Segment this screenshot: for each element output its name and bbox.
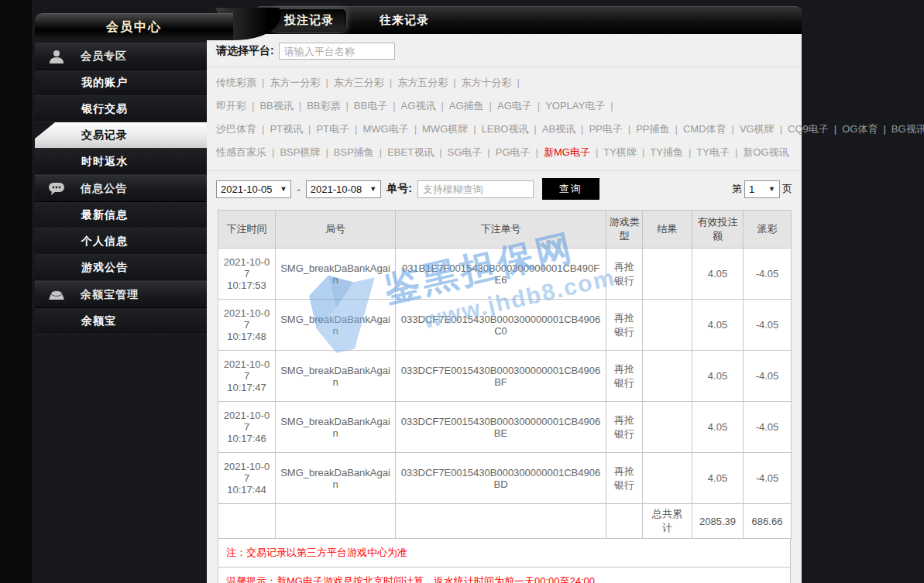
platform-link[interactable]: TY捕鱼 bbox=[650, 146, 683, 158]
cell-valid-bet: 4.05 bbox=[692, 453, 744, 504]
chat-icon bbox=[48, 181, 65, 197]
platform-link[interactable]: CMD体育 bbox=[683, 123, 726, 135]
platform-select-row: 请选择平台: bbox=[207, 34, 802, 67]
platform-separator: | bbox=[453, 77, 455, 88]
sidebar-item[interactable]: 游戏公告 bbox=[35, 255, 207, 281]
sidebar-item[interactable]: 最新信息 bbox=[35, 202, 207, 228]
platform-separator: | bbox=[628, 123, 630, 135]
cell-payout: -4.05 bbox=[744, 300, 792, 351]
cell-game-type: 再抢银行 bbox=[606, 453, 643, 504]
bet-time: 10:17:48 bbox=[223, 331, 270, 342]
platform-link[interactable]: PP电子 bbox=[589, 123, 622, 135]
platform-link[interactable]: LEBO视讯 bbox=[482, 123, 529, 135]
platform-link[interactable]: SG电子 bbox=[448, 146, 483, 158]
bet-date: 2021-10-07 bbox=[223, 461, 270, 484]
sidebar-item[interactable]: 交易记录 bbox=[35, 122, 207, 149]
platform-link[interactable]: 新OG视讯 bbox=[743, 146, 788, 158]
platform-separator: | bbox=[380, 146, 382, 158]
platform-separator: | bbox=[883, 123, 885, 135]
platform-link[interactable]: OG体育 bbox=[842, 123, 878, 135]
sidebar-item[interactable]: 个人信息 bbox=[35, 228, 207, 255]
platform-link[interactable]: AG捕鱼 bbox=[449, 100, 484, 111]
cell-game-type: 再抢银行 bbox=[606, 300, 643, 351]
ingot-icon bbox=[48, 287, 65, 303]
platform-link[interactable]: PT视讯 bbox=[270, 123, 303, 135]
platform-link[interactable]: 东方一分彩 bbox=[270, 77, 320, 88]
sidebar-section-header[interactable]: 信息公告 bbox=[35, 175, 207, 202]
date-from-select[interactable]: 2021-10-05 ▼ bbox=[216, 180, 291, 198]
cell-valid-bet: 4.05 bbox=[692, 300, 744, 351]
platform-separator: | bbox=[538, 100, 540, 111]
platform-link[interactable]: 性感百家乐 bbox=[216, 146, 266, 158]
platform-link[interactable]: BB视讯 bbox=[259, 100, 293, 111]
platform-link[interactable]: CQ9电子 bbox=[788, 123, 829, 135]
cell-empty bbox=[218, 504, 276, 539]
platform-separator: | bbox=[441, 100, 443, 111]
platform-link[interactable]: 沙巴体育 bbox=[216, 123, 256, 135]
sidebar-item[interactable]: 我的账户 bbox=[35, 70, 207, 96]
sidebar-section-header[interactable]: 会员专区 bbox=[35, 43, 207, 70]
cell-valid-bet: 4.05 bbox=[692, 402, 744, 453]
platform-link[interactable]: BG视讯 bbox=[891, 123, 924, 135]
platform-link[interactable]: BB电子 bbox=[354, 100, 387, 111]
cell-payout: -4.05 bbox=[744, 249, 792, 300]
order-number-input[interactable] bbox=[417, 180, 534, 198]
bet-date: 2021-10-07 bbox=[223, 256, 270, 279]
page-title-label: 会员中心 bbox=[106, 19, 162, 36]
platform-link[interactable]: MWG棋牌 bbox=[422, 123, 468, 135]
table-header-row: 下注时间局号下注单号游戏类型结果有效投注额派彩 bbox=[218, 211, 792, 249]
date-range-dash: - bbox=[297, 183, 300, 195]
platform-link[interactable]: EBET视讯 bbox=[387, 146, 434, 158]
cell-result bbox=[643, 249, 692, 300]
platform-link[interactable]: BSP棋牌 bbox=[280, 146, 320, 158]
page-number-select[interactable]: 1 ▼ bbox=[744, 180, 780, 198]
table-row: 2021-10-0710:17:46SMG_breakDaBankAgain03… bbox=[218, 402, 792, 453]
cell-total-label: 总共累计 bbox=[643, 504, 692, 539]
page-suffix-label: 页 bbox=[782, 182, 792, 196]
cell-payout: -4.05 bbox=[744, 453, 792, 504]
cell-result bbox=[643, 453, 692, 504]
bet-time: 10:17:53 bbox=[223, 279, 270, 291]
platform-link[interactable]: PG电子 bbox=[496, 146, 531, 158]
platform-link[interactable]: 东方三分彩 bbox=[334, 77, 384, 88]
platform-link[interactable]: TY棋牌 bbox=[603, 146, 637, 158]
table-total-row: 总共累计2085.39686.66 bbox=[218, 504, 792, 539]
bet-time: 10:17:47 bbox=[223, 382, 270, 393]
platform-link[interactable]: AB视讯 bbox=[542, 123, 575, 135]
platform-link[interactable]: PP捕鱼 bbox=[636, 123, 669, 135]
sidebar-item[interactable]: 余额宝 bbox=[35, 308, 207, 334]
chevron-down-icon: ▼ bbox=[369, 185, 376, 193]
sidebar-item[interactable]: 时时返水 bbox=[35, 149, 207, 175]
table-row: 2021-10-0710:17:53SMG_breakDaBankAgain03… bbox=[218, 249, 792, 300]
platform-link[interactable]: BB彩票 bbox=[307, 100, 340, 111]
query-button[interactable]: 查询 bbox=[542, 178, 599, 200]
chevron-down-icon: ▼ bbox=[280, 185, 287, 193]
platform-link[interactable]: AG电子 bbox=[497, 100, 532, 111]
platform-link[interactable]: MWG电子 bbox=[362, 123, 408, 135]
platform-link[interactable]: BSP捕鱼 bbox=[334, 146, 374, 158]
platform-link[interactable]: 东方十分彩 bbox=[462, 77, 512, 88]
platform-link[interactable]: PT电子 bbox=[316, 123, 349, 135]
platform-link[interactable]: 即开彩 bbox=[216, 100, 246, 111]
tab-betting-records[interactable]: 投注记录 bbox=[271, 9, 347, 33]
tab-transaction-records[interactable]: 往来记录 bbox=[367, 9, 441, 32]
platform-link[interactable]: VG棋牌 bbox=[740, 123, 775, 135]
platform-link[interactable]: 东方五分彩 bbox=[397, 77, 448, 88]
sidebar-section-header[interactable]: 余额宝管理 bbox=[35, 281, 207, 308]
platform-name-input[interactable] bbox=[279, 43, 395, 60]
platform-link[interactable]: YOPLAY电子 bbox=[545, 100, 605, 111]
page-selector: 第 1 ▼ 页 bbox=[732, 180, 792, 198]
sidebar-item[interactable]: 银行交易 bbox=[35, 96, 207, 122]
platform-separator: | bbox=[675, 123, 678, 135]
bet-time: 10:17:46 bbox=[223, 433, 270, 444]
platform-separator: | bbox=[325, 146, 328, 158]
platform-separator: | bbox=[780, 123, 782, 135]
note-text: 温馨提示：新MG电子游戏是按北京时间计算，返水统计时间为前一天00:00至24:… bbox=[218, 568, 791, 583]
cell-order-number: 031B1E7F0015430B000300000001CB490FE6 bbox=[396, 249, 606, 300]
platform-link[interactable]: 传统彩票 bbox=[216, 77, 256, 88]
date-to-select[interactable]: 2021-10-08 ▼ bbox=[306, 180, 381, 198]
platform-link[interactable]: AG视讯 bbox=[401, 100, 436, 111]
platform-link[interactable]: 新MG电子 bbox=[544, 146, 590, 158]
platform-link[interactable]: TY电子 bbox=[696, 146, 730, 158]
cell-result bbox=[643, 402, 692, 453]
